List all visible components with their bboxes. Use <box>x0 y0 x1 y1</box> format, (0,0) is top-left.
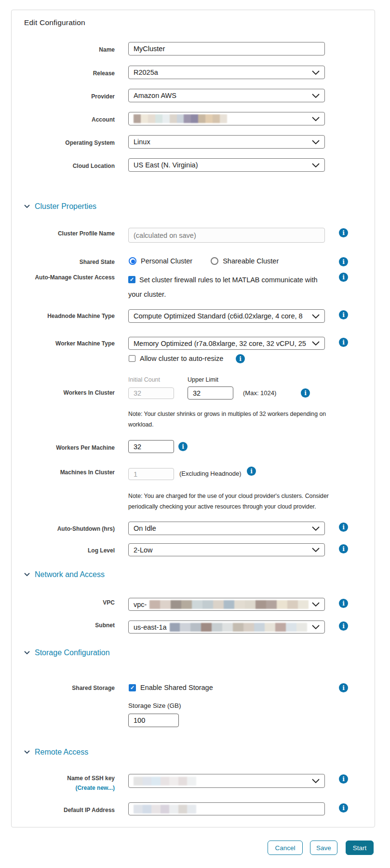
info-icon[interactable]: i <box>339 621 348 631</box>
radio-shareable-cluster[interactable] <box>211 257 218 265</box>
info-icon[interactable]: i <box>236 354 245 363</box>
checkbox-auto-resize[interactable] <box>129 355 135 362</box>
radio-personal-cluster-label: Personal Cluster <box>141 257 192 265</box>
chevron-down-icon <box>312 70 320 75</box>
info-icon[interactable]: i <box>339 310 348 319</box>
release-select[interactable]: R2025a <box>128 66 325 79</box>
subnet-value-prefix: us-east-1a <box>134 623 167 631</box>
info-icon[interactable]: i <box>339 599 348 608</box>
cluster-profile-name-label: Cluster Profile Name <box>12 230 115 237</box>
headnode-machine-type-value: Compute Optimized Standard (c6id.02xlarg… <box>134 312 309 320</box>
release-label: Release <box>12 69 115 77</box>
cancel-button[interactable]: Cancel <box>268 840 303 855</box>
ssh-key-label: Name of SSH key <box>12 774 115 782</box>
create-new-ssh-key-link[interactable]: (Create new...) <box>12 784 115 792</box>
shared-state-radio-group: Personal Cluster Shareable Cluster <box>129 257 279 265</box>
workers-per-machine-input[interactable] <box>128 440 174 453</box>
chevron-down-icon <box>312 94 320 98</box>
radio-shareable-cluster-label: Shareable Cluster <box>223 257 279 265</box>
headnode-machine-type-label: Headnode Machine Type <box>12 312 115 320</box>
auto-manage-text: Set cluster firewall rules to let MATLAB… <box>128 276 318 298</box>
chevron-down-icon <box>312 625 320 629</box>
radio-personal-cluster[interactable] <box>129 257 136 265</box>
info-icon[interactable]: i <box>339 257 348 266</box>
save-button[interactable]: Save <box>310 840 337 855</box>
provider-label: Provider <box>12 93 115 100</box>
vpc-label: VPC <box>12 599 115 606</box>
workers-note: Note: Your cluster shrinks or grows in m… <box>128 409 331 430</box>
upper-limit-label: Upper Limit <box>188 376 218 383</box>
provider-select[interactable]: Amazon AWS <box>128 89 325 102</box>
log-level-select[interactable]: 2-Low <box>128 543 325 556</box>
cluster-profile-name-input[interactable] <box>128 228 325 243</box>
info-icon[interactable]: i <box>339 774 348 784</box>
section-remote-access[interactable]: Remote Access <box>24 748 88 757</box>
info-icon[interactable]: i <box>339 228 348 237</box>
operating-system-select[interactable]: Linux <box>128 135 325 149</box>
info-icon[interactable]: i <box>339 544 348 553</box>
chevron-down-icon <box>312 314 320 318</box>
ssh-key-select[interactable] <box>128 774 325 788</box>
auto-resize-label: Allow cluster to auto-resize <box>140 355 223 362</box>
subnet-label: Subnet <box>12 621 115 629</box>
info-icon[interactable]: i <box>339 523 348 532</box>
auto-shutdown-select[interactable]: On Idle <box>128 522 325 535</box>
chevron-down-icon <box>312 548 320 552</box>
initial-count-input[interactable] <box>128 387 174 399</box>
redacted-vpc-value <box>149 600 309 609</box>
checkbox-enable-shared-storage[interactable]: ✓ <box>129 684 136 691</box>
redacted-ip-value <box>134 805 196 813</box>
redacted-subnet-value <box>170 623 307 632</box>
section-cluster-properties[interactable]: Cluster Properties <box>24 202 96 211</box>
start-button[interactable]: Start <box>346 840 374 855</box>
info-icon[interactable]: i <box>339 683 348 692</box>
info-icon[interactable]: i <box>339 338 348 347</box>
chevron-down-icon <box>24 750 30 754</box>
chevron-down-icon <box>312 341 320 345</box>
operating-system-value: Linux <box>134 138 309 146</box>
info-icon[interactable]: i <box>178 442 188 451</box>
redacted-account-value <box>134 114 227 123</box>
initial-count-label: Initial Count <box>128 376 160 383</box>
section-title: Cluster Properties <box>35 202 96 211</box>
provider-value: Amazon AWS <box>134 92 309 99</box>
worker-machine-type-select[interactable]: Memory Optimized (r7a.08xlarge, 32 core,… <box>128 337 325 350</box>
vpc-select[interactable]: vpc- <box>128 598 325 611</box>
enable-shared-storage-label: Enable Shared Storage <box>140 684 213 691</box>
auto-shutdown-label: Auto-Shutdown (hrs) <box>12 525 115 533</box>
cloud-location-label: Cloud Location <box>12 162 115 170</box>
max-workers-hint: (Max: 1024) <box>243 389 276 397</box>
redacted-ssh-key-value <box>134 777 196 785</box>
cloud-location-select[interactable]: US East (N. Virginia) <box>128 158 325 172</box>
info-icon[interactable]: i <box>301 388 310 398</box>
account-select[interactable] <box>128 112 325 125</box>
name-input[interactable] <box>128 42 325 55</box>
workers-per-machine-label: Workers Per Machine <box>12 444 115 452</box>
headnode-machine-type-select[interactable]: Compute Optimized Standard (c6id.02xlarg… <box>128 309 325 323</box>
shared-storage-label: Shared Storage <box>12 684 115 692</box>
excluding-headnode-hint: (Excluding Headnode) <box>179 470 242 477</box>
upper-limit-input[interactable] <box>188 386 233 400</box>
worker-machine-type-label: Worker Machine Type <box>12 340 115 347</box>
machines-in-cluster-input[interactable] <box>128 468 174 480</box>
storage-size-input[interactable] <box>128 714 179 727</box>
section-network-and-access[interactable]: Network and Access <box>24 570 105 579</box>
section-storage-configuration[interactable]: Storage Configuration <box>24 648 110 657</box>
chevron-down-icon <box>312 526 320 531</box>
info-icon[interactable]: i <box>339 273 348 282</box>
chevron-down-icon <box>24 205 30 208</box>
info-icon[interactable]: i <box>247 467 256 476</box>
auto-resize-row: Allow cluster to auto-resize <box>129 355 223 362</box>
auto-shutdown-value: On Idle <box>134 524 309 532</box>
shared-state-label: Shared State <box>12 258 115 266</box>
chevron-down-icon <box>312 602 320 606</box>
info-icon[interactable]: i <box>339 803 348 813</box>
subnet-select[interactable]: us-east-1a <box>128 620 325 634</box>
release-value: R2025a <box>134 69 309 76</box>
chevron-down-icon <box>24 573 30 577</box>
edit-configuration-card: Edit Configuration Name Release R2025a P… <box>11 10 375 827</box>
default-ip-input[interactable] <box>128 802 325 815</box>
workers-in-cluster-label: Workers In Cluster <box>12 389 115 397</box>
checkbox-auto-manage[interactable]: ✓ <box>128 276 135 283</box>
auto-manage-control: ✓ Set cluster firewall rules to let MATL… <box>128 273 323 302</box>
